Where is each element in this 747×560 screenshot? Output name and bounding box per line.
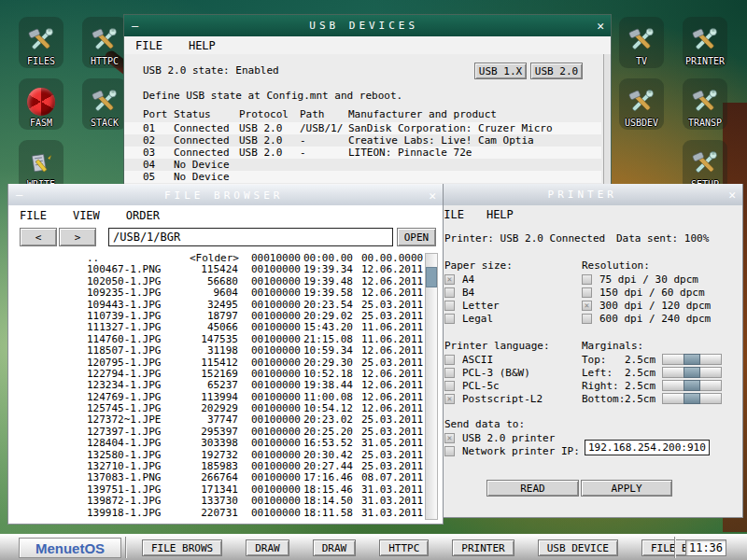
file-time: 19:39.58 xyxy=(300,287,358,299)
usb1x-button[interactable]: USB 1.X xyxy=(474,63,527,79)
usb20-button[interactable]: USB 2.0 xyxy=(530,63,583,79)
checkbox-checked[interactable]: ✕ xyxy=(582,301,592,311)
close-icon[interactable]: ✕ xyxy=(728,188,736,202)
paper-size-group: Paper size:✕A4B4LetterLegal xyxy=(444,259,513,325)
desktop-icon-usbdev[interactable]: USBDEV xyxy=(619,78,664,130)
open-button[interactable]: OPEN xyxy=(397,228,436,246)
marginals-group: Marginals:Top:2.5cmLeft:2.5cmRight:2.5cm… xyxy=(582,340,727,405)
file-list-scrollbar[interactable] xyxy=(425,253,438,520)
file-row[interactable]: 111327-1.JPG450660010000015:43.2011.06.2… xyxy=(8,322,424,333)
path-input[interactable] xyxy=(108,228,393,246)
checkbox-unchecked[interactable] xyxy=(582,287,592,298)
task-button[interactable]: HTTPC xyxy=(379,539,429,556)
slider-thumb[interactable] xyxy=(684,393,700,404)
task-button[interactable]: FILE BROWS xyxy=(142,539,222,556)
option-row: ✕Postscript-L2 xyxy=(444,392,550,405)
checkbox-unchecked[interactable] xyxy=(444,287,455,298)
file-browser-toolbar: < > OPEN xyxy=(8,225,443,250)
usb-cell: USB 2.0 xyxy=(239,147,300,159)
file-row[interactable]: 109235-1.JPG96040010000019:39.5812.06.20… xyxy=(8,287,424,299)
send-data-group: Send data to:✕USB 2.0 printerNetwork pri… xyxy=(444,418,580,457)
checkbox-unchecked[interactable] xyxy=(582,274,592,285)
usb-device-row[interactable]: 04No Device xyxy=(124,159,601,171)
checkbox-unchecked[interactable] xyxy=(444,314,455,324)
checkbox-unchecked[interactable] xyxy=(444,301,455,311)
minimize-icon[interactable]: — xyxy=(132,20,138,33)
marginal-slider[interactable] xyxy=(662,367,722,378)
desktop-icon-fasm[interactable]: FASM xyxy=(19,78,63,130)
desktop-icon-tv[interactable]: TV xyxy=(619,17,664,68)
desktop-icon-transp[interactable]: TRANSP xyxy=(683,78,727,130)
file-row[interactable]: 100467-1.PNG1154240010000019:39.3412.06.… xyxy=(8,264,424,275)
file-time: 17:16.46 xyxy=(300,472,358,483)
desktop-icon-httpc[interactable]: HTTPC xyxy=(82,17,127,68)
usb-window-titlebar[interactable]: — USB DEVICES ✕ xyxy=(124,15,611,36)
usb-cell: Connected xyxy=(174,122,239,134)
checkbox-unchecked[interactable] xyxy=(444,381,455,391)
checkbox-unchecked[interactable] xyxy=(582,314,592,324)
desktop-icon-printer[interactable]: PRINTER xyxy=(683,17,727,68)
file-row[interactable]: 118507-1.JPG311980010000010:59.3412.06.2… xyxy=(8,345,424,357)
task-button[interactable]: DRAW xyxy=(246,539,289,556)
menuetos-start-button[interactable]: MenuetOS xyxy=(19,538,121,558)
marginal-slider[interactable] xyxy=(662,380,722,391)
usb-device-row[interactable]: 05No Device xyxy=(124,171,601,183)
read-button[interactable]: READ xyxy=(486,480,579,497)
checkbox-unchecked[interactable] xyxy=(444,446,455,456)
marginal-slider[interactable] xyxy=(662,354,722,365)
file-date: 31.03.2011 xyxy=(358,496,424,507)
slider-thumb[interactable] xyxy=(684,354,700,365)
scrollbar-thumb[interactable] xyxy=(426,267,437,287)
forward-button[interactable]: > xyxy=(59,228,96,246)
checkbox-checked[interactable]: ✕ xyxy=(444,433,455,443)
printer-window-titlebar[interactable]: — PRINTER ✕ xyxy=(426,184,742,205)
file-browser-titlebar[interactable]: — FILE BROWSER ✕ xyxy=(8,184,443,205)
marginal-slider[interactable] xyxy=(662,393,722,404)
apply-button[interactable]: APPLY xyxy=(581,480,672,497)
desktop-icon-stack[interactable]: STACK xyxy=(82,78,127,130)
usb-device-row[interactable]: 02ConnectedUSB 2.0-Creative Labs: Live! … xyxy=(124,134,601,147)
fb-menu-order[interactable]: ORDER xyxy=(126,209,160,222)
marginal-row: Left:2.5cm xyxy=(582,366,727,379)
slider-thumb[interactable] xyxy=(684,367,700,378)
usb-device-row[interactable]: 01ConnectedUSB 2.0/USB/1/SanDisk Corpora… xyxy=(124,122,601,134)
network-printer-ip-field[interactable] xyxy=(585,440,710,455)
option-label: A4 xyxy=(462,273,474,286)
file-time: 18:11.58 xyxy=(300,508,358,519)
checkbox-checked[interactable]: ✕ xyxy=(444,274,455,285)
option-label: Letter xyxy=(462,300,500,312)
usb-menu-help[interactable]: HELP xyxy=(189,39,216,52)
close-icon[interactable]: ✕ xyxy=(429,189,436,203)
usb-menu-file[interactable]: FILE xyxy=(135,39,162,52)
file-date: 11.06.2011 xyxy=(358,322,424,333)
desktop-icon-files[interactable]: FILES xyxy=(19,17,63,68)
fb-menu-file[interactable]: FILE xyxy=(20,209,47,222)
write-icon xyxy=(25,148,57,178)
option-label: Network printer IP: xyxy=(462,445,580,457)
checkbox-checked[interactable]: ✕ xyxy=(444,394,455,404)
task-button[interactable]: PRINTER xyxy=(452,539,514,556)
fb-menu-view[interactable]: VIEW xyxy=(73,209,100,222)
file-row[interactable]: 123234-1.JPG652370010000019:38.4412.06.2… xyxy=(8,380,424,391)
file-row[interactable]: 139872-1.JPG1337300010000018:14.5031.03.… xyxy=(8,496,424,507)
file-date: 31.05.2011 xyxy=(358,438,424,449)
minimize-icon[interactable]: — xyxy=(16,189,22,202)
close-icon[interactable]: ✕ xyxy=(597,19,604,33)
checkbox-unchecked[interactable] xyxy=(444,355,455,365)
window-title: FILE BROWSER xyxy=(22,189,425,202)
desktop-icons-left: FILESHTTPCFASMSTACKWRITE xyxy=(19,17,127,191)
checkbox-unchecked[interactable] xyxy=(444,368,455,378)
file-row[interactable]: 137083-1.PNG2667640010000017:16.4608.07.… xyxy=(8,472,424,483)
task-button[interactable]: DRAW xyxy=(313,539,357,556)
file-row[interactable]: 128404-1.JPG3033980010000016:53.5231.05.… xyxy=(8,438,424,449)
back-button[interactable]: < xyxy=(20,228,57,246)
option-row: ✕USB 2.0 printer xyxy=(444,431,580,444)
option-row: ASCII xyxy=(444,353,550,366)
file-flags: 00100000 xyxy=(238,345,300,357)
file-row[interactable]: 127372~1.JPE377470010000020:23.0225.03.2… xyxy=(8,414,424,426)
usb-device-row[interactable]: 03ConnectedUSB 2.0-LITEON: Pinnacle 72e xyxy=(124,147,601,159)
slider-thumb[interactable] xyxy=(684,380,700,391)
task-button[interactable]: USB DEVICE xyxy=(538,539,618,556)
file-row[interactable]: 139918-1.JPG2207310010000018:11.5831.03.… xyxy=(8,508,424,519)
printer-menu-help[interactable]: HELP xyxy=(486,208,514,221)
